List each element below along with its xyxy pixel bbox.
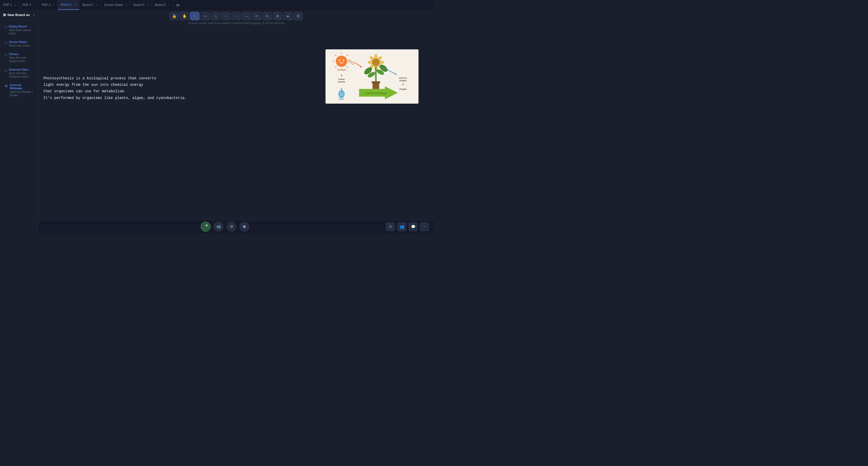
svg-point-18 <box>379 61 384 64</box>
tab-close-board2[interactable]: × <box>96 4 97 6</box>
tool-icon-lock: 🔒 <box>172 14 177 18</box>
tool-icon-eraser: ◈ <box>286 14 289 18</box>
svg-text:PHOTOSYNTHESIS: PHOTOSYNTHESIS <box>365 92 387 95</box>
tool-icon-line: — <box>245 14 248 18</box>
sidebar-text-empty-board: Empty Board Open blank canvas board. <box>9 25 33 35</box>
tab-screenshare[interactable]: Screen Share× <box>101 0 130 10</box>
tool-line[interactable]: —6 <box>242 12 251 20</box>
tab-board2[interactable]: Board 2× <box>79 0 101 10</box>
tab-label-pdf3: PDF 3 <box>42 3 51 7</box>
tool-icon-rect: ▭ <box>204 14 207 18</box>
sidebar-text-external-video: External Video Open YouTube, Facebook vi… <box>9 68 33 78</box>
tool-sub-rect: 2 <box>208 18 209 19</box>
bottom-bar: 🎤 📹 🖥 ⏺ ⚙ 👥 💬 → <box>38 220 434 233</box>
tool-rect[interactable]: ▭2 <box>200 12 210 20</box>
camera-button[interactable]: 📹 <box>214 222 223 232</box>
tool-sub-image: 9 <box>280 18 281 19</box>
tab-label-pdf2: PDF 2 <box>23 3 31 7</box>
tab-label-board2: Board 2 <box>83 3 93 7</box>
board-canvas[interactable]: Photosynthesis is a biological process t… <box>38 26 434 220</box>
tool-sub-line: 6 <box>249 18 250 19</box>
toolbar-hint: To move canvas, hold mouse wheel or spac… <box>38 21 434 26</box>
bottom-right-controls: ⚙ 👥 💬 → <box>386 222 429 231</box>
svg-text:(Sugar): (Sugar) <box>399 79 407 82</box>
tool-text[interactable]: A8 <box>262 12 272 20</box>
tool-icon-arrow: → <box>234 14 238 18</box>
tool-pen[interactable]: ✏7 <box>252 12 261 20</box>
microphone-button[interactable]: 🎤 <box>201 222 211 232</box>
tab-close-board6[interactable]: × <box>168 4 170 6</box>
tool-icon-pen: ✏ <box>255 14 258 18</box>
screen-share-button[interactable]: 🖥 <box>226 222 237 232</box>
tool-sub-ellipse: 4 <box>228 18 229 19</box>
tab-bar: PDF 1×PDF 2×PDF 3×Board 1×Board 2×Screen… <box>0 0 434 10</box>
sidebar-icon-library: □ <box>5 53 7 57</box>
tab-close-screenshare[interactable]: × <box>126 4 127 6</box>
sidebar-item-title-external-webpage: External Webpage <box>10 84 33 90</box>
sidebar-item-screen-share[interactable]: □ Screen Share Share your screen <box>2 38 36 49</box>
tool-arrow[interactable]: →5 <box>231 12 241 20</box>
canvas-area: 🔒✋↖1▭2◇○4→5—6✏7A8⊞9◈0⛓ To move canvas, h… <box>38 10 434 233</box>
tool-eraser[interactable]: ◈0 <box>283 12 292 20</box>
tab-close-pdf3[interactable]: × <box>53 4 55 6</box>
tool-icon-link: ⛓ <box>296 14 300 18</box>
tool-sub-select: 1 <box>197 18 198 19</box>
svg-rect-31 <box>371 81 380 83</box>
tab-board1[interactable]: Board 1× <box>58 0 80 10</box>
people-button[interactable]: 👥 <box>397 222 406 231</box>
sidebar-icon-empty-board: □ <box>5 25 7 29</box>
sidebar-item-subtitle-external-video: Open YouTube, Facebook videos <box>9 71 33 78</box>
tool-ellipse[interactable]: ○4 <box>221 12 230 20</box>
sidebar-item-library[interactable]: □ Library Open files from simpech drive. <box>2 50 36 65</box>
tool-image[interactable]: ⊞9 <box>273 12 282 20</box>
tab-pdf3[interactable]: PDF 3× <box>39 0 58 10</box>
sidebar-item-external-video[interactable]: □ External Video Open YouTube, Facebook … <box>2 66 36 80</box>
sidebar-icon-external-webpage: ⊕ <box>5 84 8 88</box>
tab-pdf1[interactable]: PDF 1× <box>0 0 20 10</box>
sidebar-title: ⊞ New Board as <box>3 13 30 17</box>
svg-text:Water: Water <box>339 98 344 100</box>
sidebar-item-subtitle-external-webpage: Open Any Website / Embed <box>10 90 33 97</box>
photosynthesis-diagram: Sunlight <box>326 49 418 104</box>
tab-board6[interactable]: Board 6× <box>152 0 173 10</box>
svg-text:Sunlight: Sunlight <box>337 68 346 71</box>
svg-rect-30 <box>373 82 379 89</box>
tab-pdf2[interactable]: PDF 2× <box>20 0 39 10</box>
sidebar-header: ⊞ New Board as × <box>0 13 38 20</box>
tab-close-pdf2[interactable]: × <box>34 4 35 6</box>
svg-point-38 <box>340 93 341 93</box>
tool-hand[interactable]: ✋ <box>180 12 189 20</box>
record-button[interactable]: ⏺ <box>240 222 249 232</box>
tool-sub-text: 8 <box>270 18 271 19</box>
svg-point-16 <box>374 54 377 59</box>
tab-more-button[interactable]: ≫ <box>173 0 183 10</box>
tool-shape[interactable]: ◇ <box>211 12 220 20</box>
sidebar-item-title-empty-board: Empty Board <box>9 25 33 28</box>
tab-board5[interactable]: Board 5× <box>130 0 152 10</box>
sidebar-icon-screen-share: □ <box>5 40 7 45</box>
tool-icon-text: A <box>266 14 268 18</box>
sidebar-text-external-webpage: External Webpage Open Any Website / Embe… <box>10 84 33 97</box>
svg-rect-25 <box>375 67 377 83</box>
tool-lock[interactable]: 🔒 <box>169 12 179 20</box>
tool-sub-arrow: 5 <box>239 18 240 19</box>
tool-icon-select: ↖ <box>193 14 196 18</box>
chat-button[interactable]: 💬 <box>409 222 417 231</box>
sidebar-close-button[interactable]: × <box>33 13 35 17</box>
tab-close-pdf1[interactable]: × <box>14 4 16 6</box>
sidebar-title-text: New Board as <box>7 13 30 17</box>
settings-button[interactable]: ⚙ <box>386 222 395 231</box>
sidebar-icon-external-video: □ <box>5 68 7 72</box>
svg-text:+: + <box>340 74 343 78</box>
tool-link[interactable]: ⛓ <box>293 12 303 20</box>
tab-close-board1[interactable]: × <box>75 3 76 6</box>
sidebar-item-external-webpage[interactable]: ⊕ External Webpage Open Any Website / Em… <box>2 81 36 99</box>
tab-close-board5[interactable]: × <box>147 4 149 6</box>
exit-button[interactable]: → <box>420 222 429 231</box>
svg-text:dioxide: dioxide <box>338 81 345 83</box>
tool-sub-eraser: 0 <box>290 18 291 19</box>
svg-text:Glucose: Glucose <box>399 77 407 79</box>
sidebar-item-empty-board[interactable]: □ Empty Board Open blank canvas board. <box>2 23 36 37</box>
sidebar-text-screen-share: Screen Share Share your screen <box>9 40 30 47</box>
tool-select[interactable]: ↖1 <box>190 12 199 20</box>
